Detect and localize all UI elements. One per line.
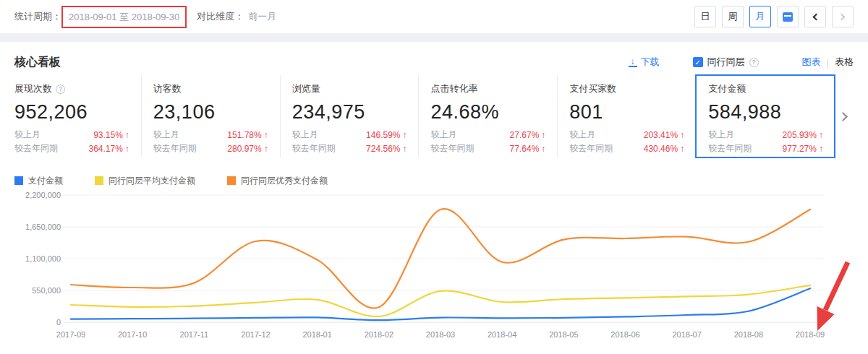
range-week-button[interactable]: 周 <box>722 6 744 27</box>
yoy-pct: 977.27%↑ <box>783 144 823 154</box>
mom-label: 较上月 <box>14 129 41 141</box>
compare-label: 对比维度： <box>197 10 244 23</box>
metric-title: 支付买家数 <box>569 82 616 95</box>
metric-card-pageviews[interactable]: 浏览量 234,975 较上月 146.59%↑ 较去年同期 724.56%↑ <box>280 75 419 157</box>
mom-label: 较上月 <box>430 129 456 141</box>
svg-text:2018-01: 2018-01 <box>302 330 331 339</box>
chevron-left-icon <box>813 13 820 20</box>
svg-text:2018-02: 2018-02 <box>365 330 393 339</box>
svg-text:2018-05: 2018-05 <box>549 330 578 339</box>
prev-period-button[interactable] <box>804 6 826 27</box>
svg-text:2018-07: 2018-07 <box>672 330 701 339</box>
svg-text:2017-10: 2017-10 <box>118 330 147 339</box>
chart-legend: 支付金额同行同层平均支付金额同行同层优秀支付金额 <box>14 175 854 186</box>
up-arrow-icon: ↑ <box>819 130 823 140</box>
yoy-pct: 77.64%↑ <box>510 144 546 154</box>
metric-value: 234,975 <box>292 101 407 124</box>
metric-value: 952,206 <box>14 101 129 124</box>
metric-card-visitors[interactable]: 访客数 23,106 较上月 151.78%↑ 较去年同期 280.97%↑ <box>141 75 280 157</box>
mom-pct: 93.15%↑ <box>93 130 129 140</box>
peer-toggle: ✓ 同行同层 ? <box>693 56 759 69</box>
metric-value: 801 <box>569 101 684 124</box>
svg-text:0: 0 <box>56 318 61 327</box>
peer-label: 同行同层 <box>707 56 745 69</box>
panel-title: 核心看板 <box>14 55 61 70</box>
legend-item[interactable]: 同行同层优秀支付金额 <box>227 175 328 187</box>
up-arrow-icon: ↑ <box>680 144 684 154</box>
mom-pct: 27.67%↑ <box>510 130 546 140</box>
cards-next-button[interactable] <box>835 75 854 157</box>
metric-title: 访客数 <box>153 82 182 95</box>
svg-text:550,000: 550,000 <box>32 286 61 295</box>
legend-label: 支付金额 <box>28 175 63 187</box>
section-divider <box>0 33 868 42</box>
legend-item[interactable]: 支付金额 <box>14 175 63 187</box>
up-arrow-icon: ↑ <box>680 130 684 140</box>
help-icon[interactable]: ? <box>749 58 759 67</box>
metric-card-payment-amount[interactable]: 支付金额 584,988 较上月 205.93%↑ 较去年同期 977.27%↑ <box>696 75 835 157</box>
yoy-label: 较去年同期 <box>14 142 58 155</box>
legend-label: 同行同层优秀支付金额 <box>241 175 328 187</box>
metric-cards-row: 展现次数 ? 952,206 较上月 93.15%↑ 较去年同期 364.17%… <box>14 75 854 157</box>
help-icon[interactable]: ? <box>56 85 65 94</box>
metric-title: 展现次数 <box>14 82 52 95</box>
up-arrow-icon: ↑ <box>264 130 268 140</box>
calendar-icon <box>783 12 793 22</box>
svg-text:2018-06: 2018-06 <box>610 330 639 339</box>
panel-header: 核心看板 ↓ 下载 ✓ 同行同层 ? 图表 | 表格 <box>14 42 854 71</box>
up-arrow-icon: ↑ <box>264 144 268 154</box>
legend-swatch-icon <box>95 176 103 185</box>
mom-label: 较上月 <box>292 129 318 141</box>
yoy-pct: 280.97%↑ <box>227 144 268 154</box>
yoy-pct: 364.17%↑ <box>88 144 129 154</box>
mom-label: 较上月 <box>569 129 595 141</box>
next-period-button[interactable] <box>832 6 854 27</box>
chevron-right-icon <box>838 112 848 121</box>
view-chart-tab[interactable]: 图表 <box>802 56 821 69</box>
yoy-label: 较去年同期 <box>292 142 336 155</box>
svg-text:2017-11: 2017-11 <box>180 330 209 339</box>
trend-chart[interactable]: 0550,0001,100,0001,650,0002,200,0002017-… <box>14 189 854 342</box>
yoy-label: 较去年同期 <box>430 142 474 155</box>
mom-pct: 151.78%↑ <box>227 130 268 140</box>
svg-text:2018-04: 2018-04 <box>488 330 516 339</box>
svg-text:2,200,000: 2,200,000 <box>25 191 61 199</box>
up-arrow-icon: ↑ <box>541 130 545 140</box>
mom-pct: 203.41%↑ <box>644 130 684 140</box>
range-day-button[interactable]: 日 <box>694 6 716 27</box>
view-table-tab[interactable]: 表格 <box>835 56 854 69</box>
yoy-label: 较去年同期 <box>569 142 613 155</box>
panel-header-controls: ↓ 下载 ✓ 同行同层 ? 图表 | 表格 <box>629 56 854 69</box>
yoy-pct: 724.56%↑ <box>366 144 407 154</box>
legend-item[interactable]: 同行同层平均支付金额 <box>95 175 195 187</box>
metric-card-ctr[interactable]: 点击转化率 24.68% 较上月 27.67%↑ 较去年同期 77.64%↑ <box>418 75 557 157</box>
mom-label: 较上月 <box>153 129 179 141</box>
peer-checkbox[interactable]: ✓ <box>693 57 703 67</box>
up-arrow-icon: ↑ <box>125 130 129 140</box>
metric-card-impressions[interactable]: 展现次数 ? 952,206 较上月 93.15%↑ 较去年同期 364.17%… <box>14 75 141 157</box>
compare-value[interactable]: 前一月 <box>248 10 276 23</box>
download-icon: ↓ <box>629 58 637 67</box>
yoy-label: 较去年同期 <box>708 142 752 155</box>
svg-text:2017-09: 2017-09 <box>56 330 85 339</box>
legend-swatch-icon <box>227 176 236 185</box>
download-button[interactable]: ↓ 下载 <box>629 56 660 69</box>
calendar-button[interactable] <box>777 6 799 27</box>
period-value[interactable]: 2018-09-01 至 2018-09-30 <box>69 12 179 22</box>
legend-swatch-icon <box>14 176 23 185</box>
metric-card-paying-buyers[interactable]: 支付买家数 801 较上月 203.41%↑ 较去年同期 430.46%↑ <box>557 75 696 157</box>
range-month-button[interactable]: 月 <box>749 6 771 27</box>
range-controls: 日 周 月 <box>694 6 854 27</box>
svg-text:1,100,000: 1,100,000 <box>25 254 61 263</box>
up-arrow-icon: ↑ <box>402 144 407 154</box>
metric-title: 点击转化率 <box>430 82 477 95</box>
up-arrow-icon: ↑ <box>819 144 823 154</box>
yoy-label: 较去年同期 <box>153 142 197 155</box>
up-arrow-icon: ↑ <box>402 130 407 140</box>
up-arrow-icon: ↑ <box>125 144 129 154</box>
period-label: 统计周期： <box>14 10 61 23</box>
core-dashboard-panel: 核心看板 ↓ 下载 ✓ 同行同层 ? 图表 | 表格 展现次数 ? 952,20… <box>0 42 868 354</box>
view-switch: 图表 | 表格 <box>802 56 854 69</box>
trend-chart-svg[interactable]: 0550,0001,100,0001,650,0002,200,0002017-… <box>14 189 854 342</box>
metric-value: 23,106 <box>153 101 268 124</box>
